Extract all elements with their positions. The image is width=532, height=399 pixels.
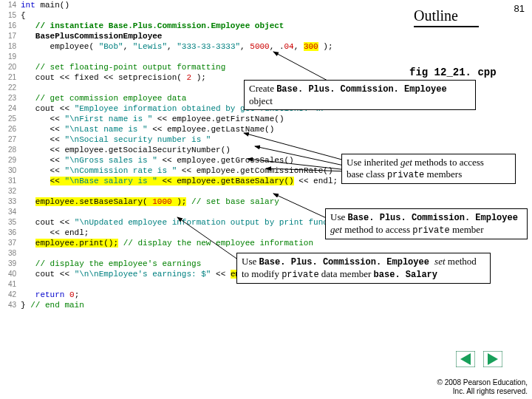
prev-icon[interactable] bbox=[456, 351, 475, 367]
next-icon[interactable] bbox=[483, 351, 502, 367]
outline-heading: Outline bbox=[414, 7, 479, 27]
copyright: © 2008 Pearson Education,Inc. All rights… bbox=[437, 378, 528, 396]
callout-get-method: Use Base. Plus. Commission. Employee get… bbox=[325, 208, 528, 239]
page-number: 81 bbox=[514, 3, 525, 14]
callout-create-object: Create Base. Plus. Commission. Employee … bbox=[244, 80, 476, 110]
callout-inherited-get: Use inherited get methods to access base… bbox=[341, 154, 516, 184]
figure-label: fig 12_21. cpp bbox=[409, 66, 497, 78]
callout-set-method: Use Base. Plus. Commission. Employee set… bbox=[236, 253, 491, 284]
nav-buttons bbox=[453, 351, 502, 369]
